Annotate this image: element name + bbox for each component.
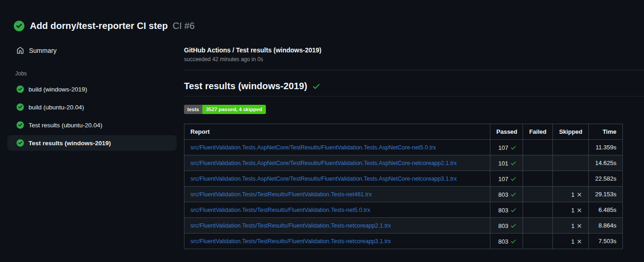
time-cell: 6.485s: [589, 202, 623, 218]
time-cell: 14.625s: [589, 155, 623, 171]
skipped-count: 1: [571, 238, 575, 245]
report-link[interactable]: src/FluentValidation.Tests.AspNetCore/Te…: [190, 160, 457, 166]
col-header-passed: Passed: [490, 124, 523, 140]
sidebar-summary-label: Summary: [29, 47, 57, 54]
failed-cell: [523, 202, 553, 218]
sidebar-job-item[interactable]: build (ubuntu-20.04): [7, 99, 177, 115]
check-run-title: GitHub Actions / Test results (windows-2…: [184, 46, 644, 54]
report-link[interactable]: src/FluentValidation.Tests/TestResults/F…: [190, 191, 372, 198]
skipped-count: 1: [571, 191, 575, 198]
run-number: CI #6: [172, 21, 195, 31]
skipped-x-icon: [576, 223, 582, 229]
report-cell: src/FluentValidation.Tests/TestResults/F…: [184, 187, 490, 202]
passed-check-icon: [510, 144, 517, 151]
col-header-failed: Failed: [523, 124, 553, 140]
col-header-report: Report: [184, 124, 490, 140]
passed-check-icon: [510, 222, 517, 229]
time-cell: 29.153s: [589, 187, 623, 202]
success-check-circle-icon: [17, 103, 24, 111]
jobs-list: build (windows-2019)build (ubuntu-20.04)…: [0, 81, 184, 151]
tests-badge: tests 3527 passed, 4 skipped: [184, 105, 266, 114]
skipped-cell: 1: [553, 234, 589, 249]
passed-count: 803: [498, 238, 508, 245]
failed-cell: [523, 187, 553, 202]
passed-count: 107: [498, 144, 508, 151]
skipped-count: 1: [571, 222, 575, 229]
col-header-skipped: Skipped: [553, 124, 589, 140]
job-label: build (ubuntu-20.04): [29, 104, 84, 111]
skipped-cell: [553, 155, 589, 171]
main-panel: GitHub Actions / Test results (windows-2…: [184, 39, 644, 249]
sidebar-job-item[interactable]: build (windows-2019): [7, 81, 177, 97]
skipped-cell: 1: [553, 202, 589, 218]
job-label: Test results (windows-2019): [29, 140, 111, 147]
sidebar: Summary Jobs build (windows-2019)build (…: [0, 39, 184, 153]
passed-cell: 101: [490, 155, 523, 171]
skipped-cell: [553, 171, 589, 187]
success-check-icon: [312, 82, 321, 91]
sidebar-job-item[interactable]: Test results (ubuntu-20.04): [7, 117, 177, 133]
skipped-cell: [553, 140, 589, 155]
passed-count: 803: [498, 222, 508, 229]
passed-check-icon: [510, 207, 517, 213]
success-check-circle-icon: [17, 139, 24, 147]
table-row: src/FluentValidation.Tests.AspNetCore/Te…: [184, 155, 623, 171]
table-row: src/FluentValidation.Tests/TestResults/F…: [184, 202, 623, 218]
passed-cell: 803: [490, 218, 523, 234]
run-title: Add dorny/test-reporter CI step: [30, 21, 168, 31]
skipped-x-icon: [576, 239, 582, 245]
report-cell: src/FluentValidation.Tests/TestResults/F…: [184, 234, 490, 249]
time-cell: 22.582s: [589, 171, 623, 187]
report-cell: src/FluentValidation.Tests/TestResults/F…: [184, 218, 490, 234]
passed-check-icon: [510, 176, 517, 182]
table-row: src/FluentValidation.Tests.AspNetCore/Te…: [184, 171, 623, 187]
passed-check-icon: [510, 160, 517, 166]
report-link[interactable]: src/FluentValidation.Tests.AspNetCore/Te…: [190, 144, 436, 151]
check-run-subtitle: succeeded 42 minutes ago in 0s: [184, 56, 644, 63]
failed-cell: [523, 140, 553, 155]
skipped-cell: 1: [553, 187, 589, 202]
passed-cell: 107: [490, 140, 523, 155]
success-check-circle-icon: [17, 121, 24, 129]
report-cell: src/FluentValidation.Tests/TestResults/F…: [184, 202, 490, 218]
section-title: Test results (windows-2019): [184, 81, 307, 91]
passed-check-icon: [510, 238, 517, 245]
passed-count: 803: [498, 207, 508, 214]
success-check-circle-icon: [14, 21, 24, 31]
table-row: src/FluentValidation.Tests/TestResults/F…: [184, 234, 623, 249]
jobs-section-label: Jobs: [15, 70, 184, 77]
report-link[interactable]: src/FluentValidation.Tests/TestResults/F…: [190, 207, 370, 213]
job-label: Test results (ubuntu-20.04): [29, 122, 103, 129]
time-cell: 11.359s: [589, 140, 623, 155]
table-header-row: Report Passed Failed Skipped Time: [184, 124, 623, 140]
sidebar-job-item[interactable]: Test results (windows-2019): [7, 135, 177, 151]
report-link[interactable]: src/FluentValidation.Tests/TestResults/F…: [190, 238, 391, 245]
time-cell: 7.503s: [589, 234, 623, 249]
col-header-time: Time: [589, 124, 623, 140]
skipped-x-icon: [576, 207, 582, 213]
report-cell: src/FluentValidation.Tests.AspNetCore/Te…: [184, 171, 490, 187]
table-row: src/FluentValidation.Tests/TestResults/F…: [184, 218, 623, 234]
report-link[interactable]: src/FluentValidation.Tests.AspNetCore/Te…: [190, 176, 457, 182]
tests-badge-value: 3527 passed, 4 skipped: [202, 105, 266, 114]
sidebar-item-summary[interactable]: Summary: [7, 43, 177, 58]
skipped-cell: 1: [553, 218, 589, 234]
report-link[interactable]: src/FluentValidation.Tests/TestResults/F…: [190, 222, 391, 229]
passed-count: 101: [498, 160, 508, 167]
run-title-group: Add dorny/test-reporter CI step CI #6: [30, 21, 195, 31]
time-cell: 8.864s: [589, 218, 623, 234]
report-cell: src/FluentValidation.Tests.AspNetCore/Te…: [184, 155, 490, 171]
passed-count: 107: [498, 176, 508, 182]
passed-count: 803: [498, 191, 508, 198]
failed-cell: [523, 218, 553, 234]
failed-cell: [523, 234, 553, 249]
tests-badge-label: tests: [184, 105, 202, 114]
check-run-header: GitHub Actions / Test results (windows-2…: [184, 39, 644, 70]
failed-cell: [523, 171, 553, 187]
success-check-circle-icon: [17, 85, 24, 93]
test-results-table: Report Passed Failed Skipped Time src/Fl…: [184, 124, 623, 249]
passed-cell: 803: [490, 187, 523, 202]
passed-cell: 803: [490, 234, 523, 249]
skipped-count: 1: [571, 207, 575, 214]
skipped-x-icon: [576, 192, 582, 198]
